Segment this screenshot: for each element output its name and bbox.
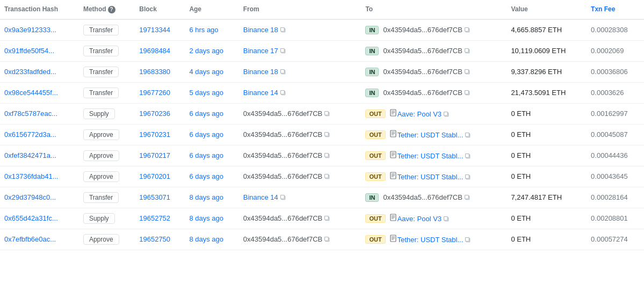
value-cell: 10,119.0609 ETH: [506, 40, 587, 61]
column-header-method: Method?: [79, 0, 135, 19]
direction-badge: IN: [365, 68, 379, 76]
to-contract-link[interactable]: Aave: Pool V3: [397, 215, 442, 223]
copy-from-icon[interactable]: [324, 215, 331, 223]
copy-to-icon[interactable]: [465, 174, 472, 181]
svg-rect-5: [280, 48, 284, 52]
from-link[interactable]: Binance 14: [243, 193, 278, 201]
from-link[interactable]: Binance 18: [243, 26, 278, 34]
svg-rect-25: [325, 132, 329, 136]
tx-hash-link[interactable]: 0xf78c5787eac...: [4, 110, 57, 118]
value-cell: 0 ETH: [506, 124, 587, 145]
value-cell: 0 ETH: [506, 229, 587, 250]
to-address: 0x43594da5...676def7CB: [383, 68, 462, 76]
age-cell: 4 days ago: [185, 61, 238, 82]
copy-to-icon[interactable]: [465, 132, 472, 140]
to-contract-link[interactable]: Tether: USDT Stabl...: [397, 236, 464, 244]
block-link[interactable]: 19713344: [139, 26, 170, 34]
age-cell: 6 days ago: [185, 145, 238, 166]
copy-from-icon[interactable]: [280, 90, 287, 97]
copy-from-icon[interactable]: [324, 132, 331, 139]
copy-to-icon[interactable]: [464, 27, 472, 34]
copy-from-icon[interactable]: [324, 111, 331, 118]
block-link[interactable]: 19683380: [139, 68, 170, 76]
from-link[interactable]: Binance 14: [243, 89, 278, 97]
svg-rect-17: [325, 111, 329, 115]
table-row: 0xf78c5787eac...Supply196702366 days ago…: [0, 103, 644, 124]
value-cell: 0 ETH: [506, 145, 587, 166]
copy-from-icon[interactable]: [324, 236, 331, 244]
copy-to-icon[interactable]: [443, 216, 451, 223]
column-header-from: From: [239, 0, 361, 19]
table-row: 0xfef3842471a...Approve196702176 days ag…: [0, 145, 644, 166]
copy-from-icon[interactable]: [280, 69, 287, 76]
from-link[interactable]: Binance 17: [243, 47, 278, 55]
tx-hash-link[interactable]: 0x9a3e912333...: [4, 26, 56, 34]
tx-hash-link[interactable]: 0xfef3842471a...: [4, 151, 56, 159]
table-row: 0x91ffde50f54...Transfer196984842 days a…: [0, 40, 644, 61]
table-row: 0xd233fadfded...Transfer196833804 days a…: [0, 61, 644, 82]
block-link[interactable]: 19670231: [139, 130, 170, 139]
block-link[interactable]: 19653071: [139, 193, 170, 201]
column-header-txnfee: Txn Fee: [587, 0, 644, 19]
direction-badge: OUT: [365, 172, 385, 181]
method-badge: Approve: [83, 150, 119, 161]
tx-hash-link[interactable]: 0x98ce544455f...: [4, 89, 58, 97]
table-row: 0x7efbfb6e0ac...Approve196527508 days ag…: [0, 229, 644, 250]
from-address: 0x43594da5...676def7CB: [243, 151, 322, 159]
txn-fee-cell: 0.00044436: [587, 145, 644, 166]
tx-hash-link[interactable]: 0xd233fadfded...: [4, 68, 56, 76]
block-link[interactable]: 19698484: [139, 47, 170, 55]
tx-hash-link[interactable]: 0x29d37948c0...: [4, 193, 56, 201]
direction-badge: IN: [365, 89, 379, 97]
block-link[interactable]: 19652750: [139, 235, 170, 243]
to-address: 0x43594da5...676def7CB: [383, 193, 462, 201]
tx-hash-link[interactable]: 0x13736fdab41...: [4, 172, 58, 180]
svg-rect-7: [465, 48, 468, 52]
direction-badge: OUT: [365, 235, 385, 244]
txn-fee-cell: 0.00028308: [587, 19, 644, 41]
svg-rect-1: [280, 27, 284, 31]
copy-to-icon[interactable]: [464, 69, 472, 76]
value-cell: 0 ETH: [506, 208, 587, 229]
tx-hash-link[interactable]: 0x91ffde50f54...: [4, 47, 54, 55]
value-cell: 9,337.8296 ETH: [506, 61, 587, 82]
method-info-icon[interactable]: ?: [108, 6, 115, 13]
copy-to-icon[interactable]: [465, 153, 472, 161]
copy-from-icon[interactable]: [324, 173, 331, 181]
copy-to-icon[interactable]: [464, 90, 472, 97]
copy-from-icon[interactable]: [280, 48, 287, 55]
copy-to-icon[interactable]: [465, 237, 472, 244]
tx-hash-link[interactable]: 0x7efbfb6e0ac...: [4, 235, 56, 243]
block-link[interactable]: 19670236: [139, 110, 170, 118]
svg-rect-23: [444, 112, 448, 115]
tx-hash-link[interactable]: 0x655d42a31fc...: [4, 214, 58, 222]
from-link[interactable]: Binance 18: [243, 68, 278, 76]
svg-rect-33: [325, 153, 329, 157]
copy-from-icon[interactable]: [280, 27, 287, 34]
svg-rect-53: [325, 216, 329, 220]
method-badge: Approve: [83, 171, 119, 182]
svg-rect-11: [465, 69, 468, 73]
to-contract-link[interactable]: Aave: Pool V3: [397, 110, 442, 118]
value-cell: 7,247.4817 ETH: [506, 187, 587, 208]
copy-from-icon[interactable]: [280, 194, 287, 202]
method-badge: Transfer: [83, 46, 119, 56]
age-cell: 8 days ago: [185, 208, 238, 229]
block-link[interactable]: 19677260: [139, 89, 170, 97]
to-contract-link[interactable]: Tether: USDT Stabl...: [397, 152, 464, 160]
copy-to-icon[interactable]: [464, 194, 472, 202]
table-row: 0x6156772d3a...Approve196702316 days ago…: [0, 124, 644, 145]
copy-from-icon[interactable]: [324, 152, 331, 160]
to-contract-link[interactable]: Tether: USDT Stabl...: [397, 131, 464, 139]
block-link[interactable]: 19652752: [139, 214, 170, 222]
block-link[interactable]: 19670201: [139, 172, 170, 180]
copy-to-icon[interactable]: [443, 111, 451, 119]
contract-icon: [390, 173, 396, 181]
from-address: 0x43594da5...676def7CB: [243, 110, 322, 118]
tx-hash-link[interactable]: 0x6156772d3a...: [4, 130, 56, 139]
block-link[interactable]: 19670217: [139, 151, 170, 159]
copy-to-icon[interactable]: [464, 48, 472, 55]
from-address: 0x43594da5...676def7CB: [243, 130, 322, 139]
to-contract-link[interactable]: Tether: USDT Stabl...: [397, 173, 464, 181]
contract-icon: [390, 215, 396, 223]
